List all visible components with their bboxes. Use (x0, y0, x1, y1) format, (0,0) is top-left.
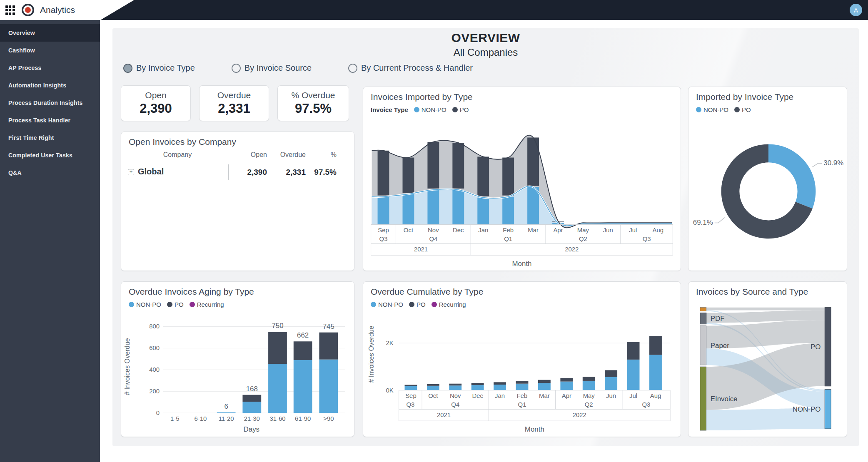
po-bar-61-90[interactable] (294, 341, 312, 360)
po-bar-mar[interactable] (538, 380, 551, 383)
po-bar-aug[interactable] (649, 336, 662, 355)
app-grid-icon[interactable] (5, 5, 15, 15)
po-column[interactable] (452, 143, 464, 189)
non-po-bar-jun[interactable] (605, 377, 617, 390)
sankey-node-label-einvoice: EInvoice (711, 395, 738, 403)
non-po-bar-sep[interactable] (405, 386, 417, 390)
sidebar-item-process-duration-insights[interactable]: Process Duration Insights (0, 94, 100, 112)
sidebar-item-q-a[interactable]: Q&A (0, 164, 100, 181)
sidebar-item-completed-user-tasks[interactable]: Completed User Tasks (0, 147, 100, 164)
source-type-sankey-chart[interactable]: PDFPaperEInvoicePONON-PO (688, 282, 847, 437)
non-po-bar-11-20[interactable] (217, 412, 236, 413)
y-tick: 200 (149, 388, 160, 395)
non-po-bar-jan[interactable] (494, 385, 506, 390)
radio-selected-icon[interactable] (123, 64, 132, 73)
non-po-column[interactable] (527, 187, 539, 225)
sankey-node-label-pdf: PDF (711, 315, 725, 323)
x-tick-month: May (583, 392, 595, 399)
non-po-bar-apr[interactable] (560, 382, 573, 390)
aging-bar-chart[interactable]: 02004006008001-56-10611-2016821-3075031-… (121, 282, 354, 437)
donut-slice-non-po[interactable] (768, 144, 816, 208)
po-bar-jan[interactable] (494, 382, 506, 385)
sidebar-item-ap-process[interactable]: AP Process (0, 59, 100, 77)
x-tick-month: Mar (539, 392, 550, 399)
filter-by-invoice-source[interactable]: By Invoice Source (232, 63, 312, 73)
po-bar-90[interactable] (319, 333, 338, 360)
column-header-pct[interactable]: % (299, 151, 337, 159)
sidebar-item-first-time-right[interactable]: First Time Right (0, 129, 100, 147)
po-bar-jun[interactable] (605, 370, 617, 377)
non-po-bar-31-60[interactable] (268, 364, 287, 413)
po-bar-nov[interactable] (449, 384, 461, 386)
filter-by-invoice-type[interactable]: By Invoice Type (123, 63, 195, 73)
po-bar-feb[interactable] (516, 381, 529, 384)
sidebar-item-cashflow[interactable]: Cashflow (0, 42, 100, 59)
y-tick: 400 (149, 366, 160, 373)
kpi-label: Overdue (217, 90, 251, 100)
sankey-node-other[interactable] (700, 308, 706, 311)
non-po-bar-feb[interactable] (516, 384, 529, 390)
po-bar-jul[interactable] (627, 342, 640, 360)
non-po-bar-mar[interactable] (538, 383, 551, 390)
x-tick-quarter: Q2 (579, 235, 587, 242)
po-bar-apr[interactable] (560, 378, 573, 382)
non-po-column[interactable] (427, 190, 439, 225)
po-column[interactable] (402, 158, 414, 193)
x-tick-month: Dec (472, 392, 483, 399)
po-column[interactable] (527, 137, 539, 186)
non-po-column[interactable] (502, 197, 514, 225)
non-po-bar-dec[interactable] (471, 385, 484, 390)
po-bar-31-60[interactable] (268, 332, 287, 364)
kpi-label: % Overdue (291, 90, 335, 100)
non-po-bar-jul[interactable] (627, 360, 640, 390)
x-axis-title: Month (525, 425, 544, 433)
expand-row-icon[interactable]: + (128, 169, 134, 175)
po-bar-21-30[interactable] (242, 395, 261, 402)
avatar[interactable]: A (850, 4, 862, 16)
sankey-link-other-to-po[interactable] (706, 308, 825, 310)
po-bar-sep[interactable] (405, 385, 417, 386)
sidebar-item-overview[interactable]: Overview (0, 24, 100, 42)
cumulative-bar-chart[interactable]: 0K2KSepOctNovDecJanFebMarAprMayJunJulAug… (363, 282, 681, 437)
filter-label: By Invoice Source (244, 63, 312, 73)
non-po-column[interactable] (452, 190, 464, 225)
sankey-node-non-po[interactable] (825, 390, 831, 429)
x-tick-year: 2022 (565, 246, 579, 253)
non-po-column[interactable] (477, 198, 489, 225)
non-po-bar-nov[interactable] (449, 385, 461, 390)
sankey-node-paper[interactable] (700, 326, 706, 365)
sankey-node-po[interactable] (825, 308, 831, 386)
non-po-bar-aug[interactable] (649, 355, 662, 390)
po-column[interactable] (502, 158, 514, 196)
radio-icon[interactable] (232, 64, 241, 73)
po-column[interactable] (427, 142, 439, 189)
filter-by-current-process-handler[interactable]: By Current Process & Handler (348, 63, 473, 73)
sankey-node-einvoice[interactable] (700, 367, 706, 430)
x-tick-category: >90 (323, 415, 334, 422)
donut-callout-po: 69.1% (693, 219, 713, 226)
po-bar-dec[interactable] (471, 383, 484, 385)
non-po-bar-90[interactable] (319, 360, 338, 413)
radio-icon[interactable] (348, 64, 357, 73)
table-row-company[interactable]: Global (138, 167, 164, 176)
sidebar-item-automation-insights[interactable]: Automation Insights (0, 77, 100, 94)
imported-area-chart[interactable]: SepOctNovDecJanFebMarAprMayJunJulAugQ3Q4… (363, 87, 681, 271)
non-po-column[interactable] (402, 194, 414, 224)
non-po-bar-21-30[interactable] (242, 402, 261, 413)
x-tick-month: Jun (606, 392, 616, 399)
page-subtitle: All Companies (112, 47, 859, 58)
po-column[interactable] (378, 151, 389, 196)
po-bar-may[interactable] (583, 377, 595, 381)
column-header-open[interactable]: Open (225, 151, 267, 159)
column-header-company[interactable]: Company (138, 151, 217, 159)
sankey-node-pdf[interactable] (700, 313, 706, 324)
invoice-type-donut-chart[interactable]: 30.9%69.1% (688, 87, 847, 271)
non-po-bar-oct[interactable] (427, 386, 439, 390)
non-po-column[interactable] (378, 197, 389, 225)
non-po-bar-61-90[interactable] (294, 360, 312, 413)
po-bar-oct[interactable] (427, 384, 439, 386)
po-column[interactable] (477, 156, 489, 196)
sidebar-item-process-task-handler[interactable]: Process Task Handler (0, 112, 100, 129)
x-tick-month: Feb (517, 392, 528, 399)
non-po-bar-may[interactable] (583, 381, 595, 390)
